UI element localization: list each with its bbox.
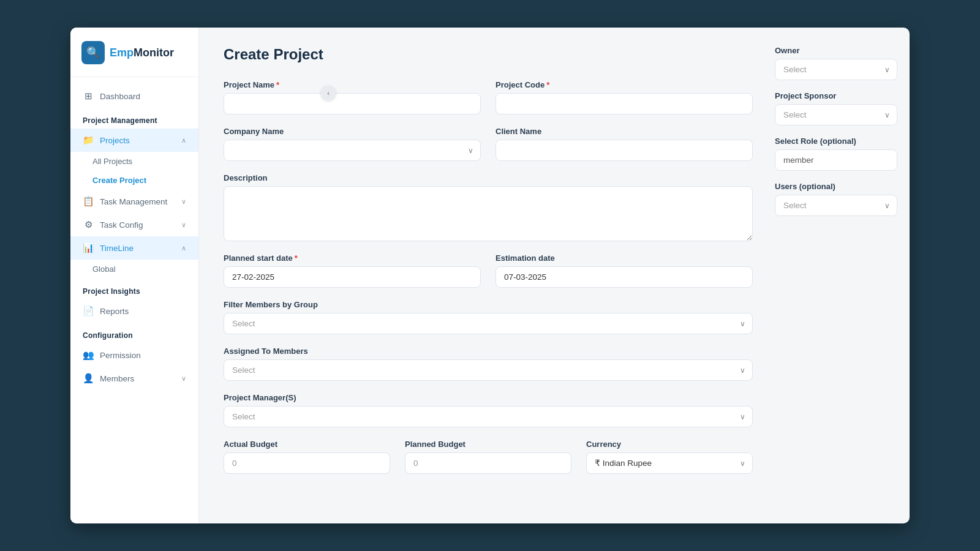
sidebar-item-reports[interactable]: 📄 Reports bbox=[70, 299, 198, 323]
input-project-code[interactable] bbox=[496, 93, 753, 114]
group-planned-budget: Planned Budget bbox=[405, 440, 571, 474]
projects-chevron: ∧ bbox=[181, 137, 186, 144]
assigned-members-select-wrapper: Select ∨ bbox=[224, 359, 753, 381]
task-config-chevron: ∨ bbox=[181, 221, 186, 229]
required-star-code: * bbox=[546, 80, 549, 89]
select-company-name[interactable] bbox=[224, 140, 481, 161]
textarea-description[interactable] bbox=[224, 186, 753, 241]
input-planned-budget[interactable] bbox=[405, 452, 571, 474]
label-filter-members: Filter Members by Group bbox=[224, 300, 753, 309]
row-project-name-code: Project Name* Project Code* bbox=[224, 80, 753, 114]
select-assigned-members[interactable]: Select bbox=[224, 359, 753, 381]
select-owner[interactable]: Select bbox=[775, 59, 897, 80]
section-project-insights: Project Insights bbox=[70, 279, 198, 299]
task-config-icon: ⚙ bbox=[83, 219, 94, 230]
sidebar-item-permission[interactable]: 👥 Permission bbox=[70, 343, 198, 367]
label-estimation-date: Estimation date bbox=[496, 253, 753, 263]
label-actual-budget: Actual Budget bbox=[224, 440, 390, 449]
group-company-name: Company Name ∨ bbox=[224, 127, 481, 161]
label-select-role: Select Role (optional) bbox=[775, 137, 897, 146]
sidebar-item-create-project[interactable]: Create Project bbox=[70, 171, 198, 190]
sidebar-item-timeline[interactable]: 📊 TimeLine ∧ bbox=[70, 236, 198, 260]
group-project-managers: Project Manager(S) Select ∨ bbox=[224, 393, 753, 427]
sidebar: 🔍 EmpMonitor ⊞ Dashboard Project Managem… bbox=[70, 28, 199, 523]
right-panel: Owner Select ∨ Project Sponsor Select ∨ bbox=[775, 28, 910, 523]
label-planned-budget: Planned Budget bbox=[405, 440, 571, 449]
timeline-icon: 📊 bbox=[83, 242, 94, 253]
select-project-sponsor[interactable]: Select bbox=[775, 104, 897, 126]
dashboard-icon: ⊞ bbox=[83, 91, 94, 102]
group-project-name: Project Name* bbox=[224, 80, 481, 114]
sidebar-item-task-config[interactable]: ⚙ Task Config ∨ bbox=[70, 213, 198, 236]
sidebar-item-global[interactable]: Global bbox=[70, 260, 198, 279]
projects-icon: 📁 bbox=[83, 135, 94, 146]
select-project-managers[interactable]: Select bbox=[224, 406, 753, 427]
users-select-wrapper: Select ∨ bbox=[775, 195, 897, 216]
input-client-name[interactable] bbox=[496, 140, 753, 161]
sidebar-item-all-projects[interactable]: All Projects bbox=[70, 152, 198, 171]
row-project-managers: Project Manager(S) Select ∨ bbox=[224, 393, 753, 427]
task-config-label: Task Config bbox=[100, 220, 143, 230]
logo-text: EmpMonitor bbox=[110, 47, 174, 59]
members-label: Members bbox=[100, 374, 134, 383]
input-planned-start-date[interactable] bbox=[224, 266, 481, 288]
main-content: Create Project Project Name* Project Cod… bbox=[199, 28, 775, 523]
members-chevron: ∨ bbox=[181, 375, 186, 383]
app-logo: 🔍 EmpMonitor bbox=[70, 28, 198, 77]
company-name-select-wrapper: ∨ bbox=[224, 140, 481, 161]
group-actual-budget: Actual Budget bbox=[224, 440, 390, 474]
section-project-management: Project Management bbox=[70, 108, 198, 129]
sidebar-nav: ⊞ Dashboard Project Management 📁 Project… bbox=[70, 77, 198, 523]
required-star: * bbox=[276, 80, 279, 89]
group-filter-members: Filter Members by Group Select ∨ bbox=[224, 300, 753, 334]
group-project-code: Project Code* bbox=[496, 80, 753, 114]
label-project-sponsor: Project Sponsor bbox=[775, 91, 897, 100]
label-project-managers: Project Manager(S) bbox=[224, 393, 753, 402]
row-company-client: Company Name ∨ Client Name bbox=[224, 127, 753, 161]
group-project-sponsor: Project Sponsor Select ∨ bbox=[775, 91, 897, 126]
group-owner: Owner Select ∨ bbox=[775, 46, 897, 80]
group-select-role: Select Role (optional) bbox=[775, 137, 897, 171]
row-filter-members: Filter Members by Group Select ∨ bbox=[224, 300, 753, 334]
projects-label: Projects bbox=[100, 136, 130, 145]
input-estimation-date[interactable] bbox=[496, 266, 753, 288]
logo-icon: 🔍 bbox=[81, 41, 105, 64]
select-filter-members[interactable]: Select bbox=[224, 313, 753, 334]
sidebar-toggle[interactable]: ‹ bbox=[321, 86, 336, 100]
row-description: Description bbox=[224, 173, 753, 241]
owner-select-wrapper: Select ∨ bbox=[775, 59, 897, 80]
label-company-name: Company Name bbox=[224, 127, 481, 136]
currency-select-wrapper: ₹ Indian Rupee ∨ bbox=[586, 452, 753, 474]
label-planned-start: Planned start date* bbox=[224, 253, 481, 263]
dashboard-label: Dashboard bbox=[100, 92, 140, 101]
permission-label: Permission bbox=[100, 351, 141, 360]
task-management-icon: 📋 bbox=[83, 196, 94, 207]
sidebar-item-task-management[interactable]: 📋 Task Management ∨ bbox=[70, 190, 198, 213]
row-dates: Planned start date* Estimation date bbox=[224, 253, 753, 288]
label-description: Description bbox=[224, 173, 753, 182]
input-select-role[interactable] bbox=[775, 149, 897, 171]
group-description: Description bbox=[224, 173, 753, 241]
group-users: Users (optional) Select ∨ bbox=[775, 182, 897, 216]
group-assigned-members: Assigned To Members Select ∨ bbox=[224, 347, 753, 381]
input-actual-budget[interactable] bbox=[224, 452, 390, 474]
sidebar-item-dashboard[interactable]: ⊞ Dashboard bbox=[70, 84, 198, 108]
sidebar-item-projects[interactable]: 📁 Projects ∧ bbox=[70, 129, 198, 152]
sidebar-item-members[interactable]: 👤 Members ∨ bbox=[70, 367, 198, 390]
label-currency: Currency bbox=[586, 440, 753, 449]
timeline-label: TimeLine bbox=[100, 244, 134, 253]
task-management-label: Task Management bbox=[100, 197, 167, 206]
input-project-name[interactable] bbox=[224, 93, 481, 114]
label-project-code: Project Code* bbox=[496, 80, 753, 89]
label-client-name: Client Name bbox=[496, 127, 753, 136]
select-currency[interactable]: ₹ Indian Rupee bbox=[586, 452, 753, 474]
select-users[interactable]: Select bbox=[775, 195, 897, 216]
reports-label: Reports bbox=[100, 307, 129, 316]
section-configuration: Configuration bbox=[70, 323, 198, 343]
task-management-chevron: ∨ bbox=[181, 198, 186, 206]
timeline-chevron: ∧ bbox=[181, 244, 186, 252]
project-sponsor-select-wrapper: Select ∨ bbox=[775, 104, 897, 126]
label-project-name: Project Name* bbox=[224, 80, 481, 89]
members-icon: 👤 bbox=[83, 373, 94, 384]
label-users: Users (optional) bbox=[775, 182, 897, 191]
